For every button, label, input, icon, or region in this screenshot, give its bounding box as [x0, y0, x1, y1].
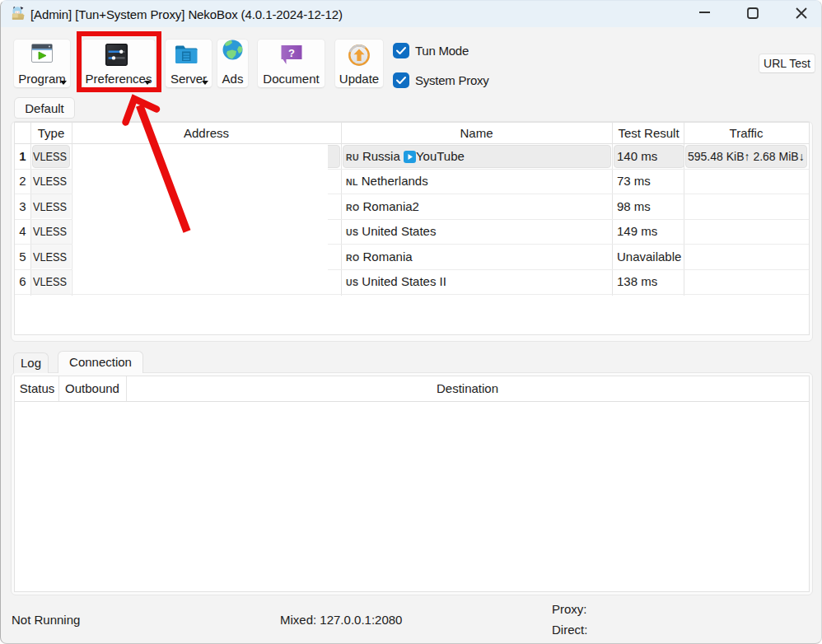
svg-text:?: ?: [288, 47, 295, 59]
